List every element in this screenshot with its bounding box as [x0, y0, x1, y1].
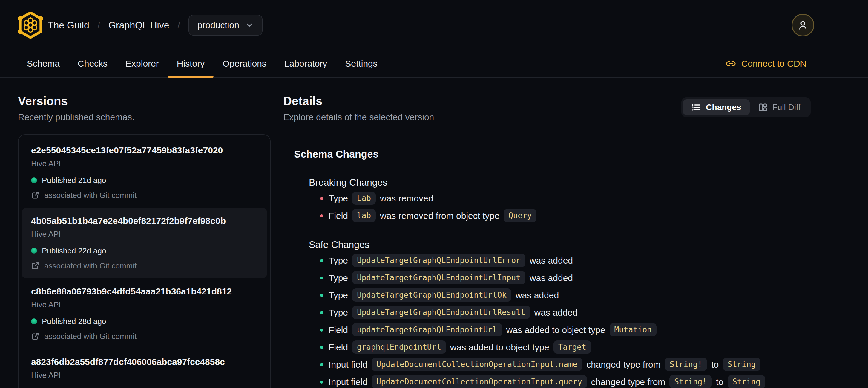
- main-nav: SchemaChecksExplorerHistoryOperationsLab…: [0, 50, 868, 78]
- schema-change-item: FieldgraphqlEndpointUrlwas added to obje…: [320, 340, 811, 354]
- change-text: was added: [530, 256, 573, 265]
- change-list: TypeUpdateTargetGraphQLEndpointUrlErrorw…: [320, 254, 811, 388]
- published-label: Published 22d ago: [42, 245, 106, 256]
- code-badge: UpdateDocumentCollectionOperationInput.q…: [372, 375, 587, 388]
- version-hash: 4b05ab51b1b4a7e2e4b0ef82172f2b9f7ef98c0b: [31, 215, 257, 227]
- tab-settings[interactable]: Settings: [336, 50, 386, 77]
- user-menu-button[interactable]: [792, 14, 814, 36]
- published-label: Published 40d ago: [42, 387, 106, 388]
- schema-change-item: TypeUpdateTargetGraphQLEndpointUrlResult…: [320, 306, 811, 320]
- target-selector-value: production: [197, 20, 239, 30]
- connect-to-cdn-button[interactable]: Connect to CDN: [726, 50, 806, 77]
- code-badge: UpdateTargetGraphQLEndpointUrlResult: [352, 306, 530, 319]
- change-text: Type: [329, 307, 348, 318]
- tab-schema[interactable]: Schema: [18, 50, 69, 77]
- version-card[interactable]: a823f6db2a55df877dcf406006abca97fcc4858c…: [22, 349, 267, 388]
- change-text: Type: [329, 273, 348, 283]
- full-diff-toggle-label: Full Diff: [772, 102, 801, 112]
- published-label: Published 28d ago: [42, 316, 106, 327]
- target-selector[interactable]: production: [188, 14, 262, 36]
- change-text: was added: [534, 307, 578, 318]
- change-text: Field: [329, 325, 348, 335]
- code-badge: updateTargetGraphQLEndpointUrl: [352, 323, 502, 336]
- change-text: to: [716, 377, 723, 387]
- nav-tabs: SchemaChecksExplorerHistoryOperationsLab…: [18, 50, 386, 77]
- service-name: Hive API: [31, 158, 257, 169]
- change-group-title: Breaking Changes: [309, 176, 811, 189]
- external-link-icon: [31, 332, 39, 340]
- service-name: Hive API: [31, 370, 257, 381]
- topbar: The Guild / GraphQL Hive / production: [0, 0, 868, 50]
- change-text: Type: [329, 256, 348, 265]
- user-icon: [798, 20, 808, 30]
- published-status-dot: [31, 318, 37, 324]
- versions-subtitle: Recently published schemas.: [18, 112, 271, 122]
- git-commit-label: associated with Git commit: [44, 331, 136, 342]
- code-badge: Query: [504, 209, 536, 222]
- tab-laboratory[interactable]: Laboratory: [275, 50, 336, 77]
- code-badge: UpdateTargetGraphQLEndpointUrlError: [352, 254, 525, 267]
- external-link-icon: [31, 191, 39, 199]
- code-badge: UpdateTargetGraphQLEndpointUrlInput: [352, 271, 525, 284]
- change-text: was added to object type: [450, 342, 549, 352]
- tab-explorer[interactable]: Explorer: [117, 50, 168, 77]
- code-badge: graphqlEndpointUrl: [352, 340, 446, 354]
- changes-toggle-label: Changes: [706, 102, 741, 112]
- tab-operations[interactable]: Operations: [214, 50, 275, 77]
- schema-change-item: Input fieldUpdateDocumentCollectionOpera…: [320, 375, 811, 388]
- breadcrumb-project[interactable]: GraphQL Hive: [108, 20, 169, 31]
- change-group: Breaking Changes TypeLabwas removedField…: [294, 176, 811, 223]
- tab-checks[interactable]: Checks: [69, 50, 117, 77]
- list-icon: [691, 102, 701, 112]
- code-badge: UpdateDocumentCollectionOperationInput.n…: [372, 358, 582, 371]
- git-commit-label: associated with Git commit: [44, 190, 136, 201]
- schema-change-item: TypeUpdateTargetGraphQLEndpointUrlInputw…: [320, 271, 811, 285]
- change-text: was added: [516, 290, 559, 300]
- changes-toggle-button[interactable]: Changes: [683, 99, 749, 115]
- schema-change-item: Input fieldUpdateDocumentCollectionOpera…: [320, 358, 811, 371]
- change-text: Type: [329, 193, 348, 203]
- view-toggle: Changes Full Diff: [681, 97, 811, 117]
- tab-history[interactable]: History: [168, 50, 214, 77]
- change-text: to: [711, 360, 719, 369]
- published-label: Published 21d ago: [42, 175, 106, 186]
- code-badge: String: [727, 375, 765, 388]
- git-commit-link[interactable]: associated with Git commit: [31, 260, 257, 271]
- change-list: TypeLabwas removedFieldlabwas removed fr…: [320, 191, 811, 223]
- connect-to-cdn-label: Connect to CDN: [741, 59, 806, 69]
- change-text: was added to object type: [506, 325, 606, 335]
- schema-change-item: Fieldlabwas removed from object typeQuer…: [320, 209, 811, 223]
- app-window: The Guild / GraphQL Hive / production Sc…: [0, 0, 868, 388]
- link-icon: [726, 59, 736, 69]
- main-content: Versions Recently published schemas. e2e…: [0, 78, 868, 388]
- change-text: was added: [530, 273, 573, 283]
- versions-title: Versions: [18, 94, 271, 108]
- git-commit-link[interactable]: associated with Git commit: [31, 331, 257, 342]
- service-name: Hive API: [31, 229, 257, 239]
- version-hash: c8b6e88a06793b9c4dfd54aaa21b36a1b421d812: [31, 286, 257, 297]
- breadcrumb-org[interactable]: The Guild: [48, 20, 89, 31]
- published-status-dot: [31, 177, 37, 183]
- published-status: Published 28d ago: [31, 316, 257, 327]
- change-text: Type: [329, 290, 348, 300]
- published-status-dot: [31, 248, 37, 254]
- code-badge: String: [723, 358, 761, 371]
- code-badge: Mutation: [610, 323, 656, 336]
- hive-logo-icon[interactable]: [18, 12, 43, 38]
- chevron-down-icon: [245, 21, 254, 29]
- version-hash: a823f6db2a55df877dcf406006abca97fcc4858c: [31, 356, 257, 368]
- change-text: Input field: [329, 377, 367, 387]
- version-card[interactable]: e2e55045345ce13fe07f52a77459b83fa3fe7020…: [22, 137, 267, 208]
- change-text: was removed: [380, 193, 433, 203]
- breadcrumb-separator: /: [178, 20, 180, 30]
- versions-panel: Versions Recently published schemas. e2e…: [18, 94, 271, 388]
- change-text: changed type from: [586, 360, 660, 369]
- full-diff-toggle-button[interactable]: Full Diff: [750, 99, 809, 115]
- external-link-icon: [31, 262, 39, 270]
- version-card[interactable]: 4b05ab51b1b4a7e2e4b0ef82172f2b9f7ef98c0b…: [22, 208, 267, 278]
- version-card[interactable]: c8b6e88a06793b9c4dfd54aaa21b36a1b421d812…: [22, 278, 267, 349]
- schema-change-item: TypeUpdateTargetGraphQLEndpointUrlErrorw…: [320, 254, 811, 268]
- code-badge: String!: [670, 375, 712, 388]
- git-commit-link[interactable]: associated with Git commit: [31, 190, 257, 201]
- change-text: Input field: [329, 360, 367, 369]
